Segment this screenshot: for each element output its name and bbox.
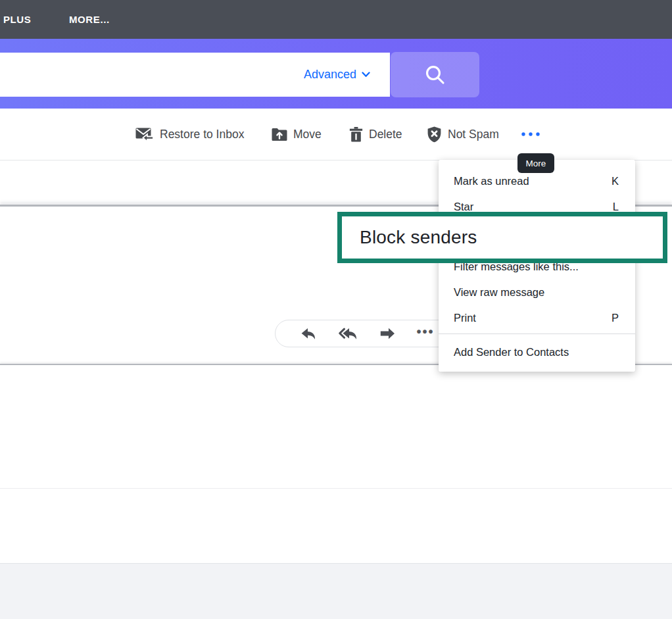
move-button[interactable]: Move <box>272 109 322 160</box>
reply-all-button[interactable] <box>339 328 358 340</box>
mail-app-screen: PLUS MORE... Advanced Restore to Inbo <box>0 0 672 619</box>
shield-x-icon <box>427 126 442 143</box>
reply-icon <box>300 328 317 340</box>
not-spam-button[interactable]: Not Spam <box>427 109 499 160</box>
shortcut-key: K <box>612 175 619 187</box>
move-label: Move <box>293 128 322 141</box>
forward-button[interactable] <box>379 328 395 339</box>
search-icon <box>423 63 447 87</box>
folder-up-icon <box>272 127 287 141</box>
top-navigation-bar: PLUS MORE... <box>0 0 672 39</box>
footer-area <box>0 563 672 619</box>
content-divider <box>0 488 672 489</box>
advanced-label: Advanced <box>304 68 356 82</box>
menu-item-add-sender-to-contacts[interactable]: Add Sender to Contacts <box>439 339 635 365</box>
block-senders-highlight-label: Block senders <box>342 227 477 248</box>
tooltip-label: More <box>526 159 546 168</box>
search-header: Advanced <box>0 39 672 109</box>
advanced-search-dropdown[interactable]: Advanced <box>304 53 370 97</box>
reply-all-icon <box>339 328 358 340</box>
restore-envelope-icon <box>135 127 154 142</box>
toolbar-more-button[interactable] <box>520 109 541 160</box>
nav-item-more[interactable]: MORE... <box>69 14 110 25</box>
chevron-down-icon <box>362 72 370 78</box>
reply-button[interactable] <box>300 328 317 340</box>
ellipsis-icon: ••• <box>417 325 435 342</box>
menu-item-print[interactable]: Print P <box>439 305 635 331</box>
message-actions-pill: ••• <box>275 320 460 347</box>
forward-icon <box>379 328 395 339</box>
delete-button[interactable]: Delete <box>349 109 402 160</box>
restore-to-inbox-label: Restore to Inbox <box>160 128 244 141</box>
delete-label: Delete <box>369 128 402 141</box>
trash-icon <box>349 127 363 142</box>
menu-divider <box>439 334 635 334</box>
menu-item-view-raw-message[interactable]: View raw message <box>439 280 635 305</box>
message-toolbar: Restore to Inbox Move Delete <box>0 109 672 160</box>
not-spam-label: Not Spam <box>448 128 499 141</box>
more-tooltip: More <box>517 153 554 173</box>
ellipsis-icon <box>520 132 541 137</box>
shortcut-key: P <box>612 312 619 324</box>
search-button[interactable] <box>391 52 479 97</box>
more-context-menu: Mark as unread K Star L Block senders Fi… <box>439 160 635 372</box>
pill-more-button[interactable]: ••• <box>417 325 435 342</box>
restore-to-inbox-button[interactable]: Restore to Inbox <box>135 109 244 160</box>
nav-item-plus[interactable]: PLUS <box>3 14 31 25</box>
block-senders-highlight-box: Block senders <box>337 212 667 263</box>
